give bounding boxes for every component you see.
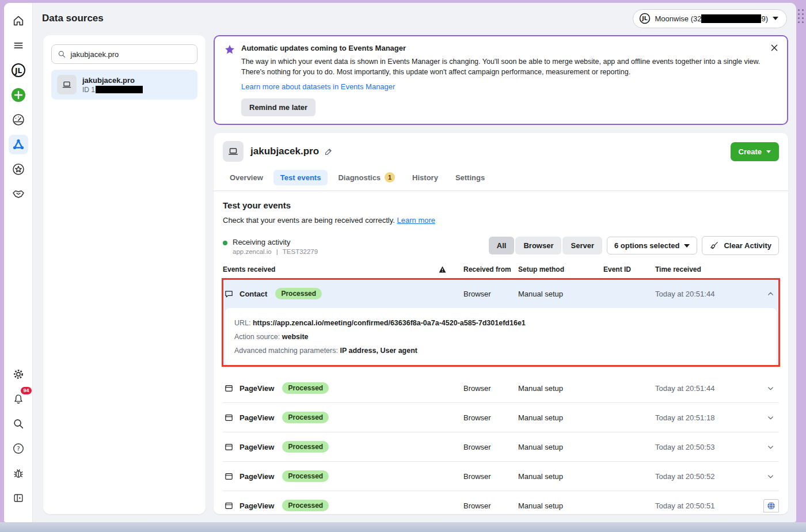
received-from-value: Browser bbox=[463, 472, 518, 481]
chat-bubble-icon bbox=[224, 289, 234, 299]
received-from-value: Browser bbox=[463, 413, 518, 422]
event-row[interactable]: PageView Processed Browser Manual setup … bbox=[223, 374, 779, 402]
browser-window-icon bbox=[224, 413, 234, 423]
chevron-down-icon[interactable] bbox=[762, 290, 779, 298]
event-name: PageView bbox=[239, 384, 274, 393]
data-source-list-item[interactable]: jakubjacek.pro ID 1 bbox=[51, 70, 197, 100]
page-title: Data sources bbox=[42, 13, 104, 24]
status-dot bbox=[223, 241, 227, 245]
tab-diagnostics[interactable]: Diagnostics1 bbox=[331, 169, 402, 186]
setup-method-value: Manual setup bbox=[518, 472, 603, 481]
event-row-container: PageView Processed Browser Manual setup … bbox=[223, 374, 779, 403]
filter-server-button[interactable]: Server bbox=[562, 237, 602, 254]
time-received-value: Today at 20:51:44 bbox=[655, 290, 762, 298]
data-sources-panel: jakubjacek.pro ID 1 bbox=[43, 35, 206, 514]
topbar: Data sources JL Moonwise (329) bbox=[33, 3, 796, 34]
event-row[interactable]: PageView Processed Browser Manual setup … bbox=[223, 403, 779, 432]
desktop-bottom-strip bbox=[0, 522, 806, 532]
add-icon[interactable] bbox=[9, 85, 28, 105]
chevron-down-icon[interactable] bbox=[762, 473, 779, 480]
dropdown-caret-icon bbox=[684, 244, 690, 248]
browser-window-icon bbox=[224, 383, 234, 393]
event-row-container: Contact Processed Browser Manual setup T… bbox=[223, 279, 779, 366]
star-circle-icon[interactable] bbox=[9, 159, 28, 179]
chevron-down-icon[interactable] bbox=[762, 414, 779, 421]
setup-method-value: Manual setup bbox=[518, 413, 603, 422]
event-name: PageView bbox=[239, 501, 274, 510]
close-icon[interactable] bbox=[770, 43, 779, 52]
event-row[interactable]: Contact Processed Browser Manual setup T… bbox=[223, 279, 779, 308]
section-description: Check that your events are being receive… bbox=[223, 216, 779, 225]
status-badge: Processed bbox=[282, 412, 329, 423]
banner-text: The way in which your event data is show… bbox=[241, 57, 761, 77]
tab-test-events[interactable]: Test events bbox=[273, 170, 328, 185]
desktop-background: JL 94 bbox=[0, 0, 806, 532]
banner-learn-more-link[interactable]: Learn more about datasets in Events Mana… bbox=[241, 82, 395, 91]
search-input[interactable] bbox=[70, 50, 191, 59]
tab-bar: Overview Test events Diagnostics1 Histor… bbox=[214, 168, 788, 191]
status-badge: Processed bbox=[282, 441, 329, 453]
time-received-value: Today at 20:51:44 bbox=[655, 384, 762, 393]
events-table: Events received Received from Setup meth… bbox=[214, 262, 788, 514]
filter-all-button[interactable]: All bbox=[489, 237, 515, 254]
chevron-down-icon[interactable] bbox=[762, 443, 779, 451]
warning-icon bbox=[439, 266, 446, 273]
receiving-activity-source: app.zencal.io|TEST32279 bbox=[233, 248, 318, 255]
tab-overview[interactable]: Overview bbox=[223, 170, 270, 185]
laptop-icon bbox=[223, 141, 244, 162]
business-logo-icon[interactable]: JL bbox=[9, 60, 28, 80]
data-sources-icon[interactable] bbox=[9, 135, 28, 154]
tab-settings[interactable]: Settings bbox=[448, 170, 492, 185]
receiving-activity-label: Receiving activity bbox=[233, 238, 318, 246]
setup-method-value: Manual setup bbox=[518, 290, 603, 298]
tab-history[interactable]: History bbox=[405, 170, 445, 185]
svg-text:JL: JL bbox=[641, 15, 647, 21]
handshake-icon[interactable] bbox=[9, 184, 28, 204]
globe-status-icon[interactable] bbox=[763, 499, 779, 512]
bug-report-icon[interactable] bbox=[9, 463, 28, 483]
clear-activity-button[interactable]: Clear Activity bbox=[702, 236, 779, 255]
time-received-value: Today at 20:50:53 bbox=[655, 443, 762, 451]
dashboard-gauge-icon[interactable] bbox=[9, 110, 28, 130]
search-rail-icon[interactable] bbox=[9, 414, 28, 434]
icon-rail: JL 94 bbox=[4, 3, 33, 522]
learn-more-link[interactable]: Learn more bbox=[397, 216, 435, 225]
help-icon[interactable]: ? bbox=[9, 439, 28, 458]
chevron-down-icon[interactable] bbox=[762, 385, 779, 392]
collapse-sidebar-icon[interactable] bbox=[9, 488, 28, 508]
time-received-value: Today at 20:51:18 bbox=[655, 413, 762, 422]
broom-icon bbox=[709, 241, 719, 250]
svg-text:JL: JL bbox=[14, 67, 21, 75]
event-row[interactable]: PageView Processed Browser Manual setup … bbox=[223, 462, 779, 491]
home-icon[interactable] bbox=[9, 11, 28, 31]
diagnostics-count-badge: 1 bbox=[385, 172, 395, 183]
options-dropdown[interactable]: 6 options selected bbox=[607, 237, 697, 254]
setup-method-value: Manual setup bbox=[518, 501, 603, 510]
status-badge: Processed bbox=[282, 470, 329, 482]
notifications-bell-icon[interactable]: 94 bbox=[9, 389, 28, 409]
settings-gear-icon[interactable] bbox=[9, 364, 28, 384]
filter-segment: All Browser Server bbox=[489, 237, 602, 254]
search-box[interactable] bbox=[51, 44, 197, 64]
menu-icon[interactable] bbox=[9, 36, 28, 55]
event-row[interactable]: PageView Processed Browser Manual setup … bbox=[223, 432, 779, 461]
business-account-selector[interactable]: JL Moonwise (329) bbox=[633, 9, 788, 28]
redaction-bar bbox=[701, 14, 761, 23]
events-table-rows: Contact Processed Browser Manual setup T… bbox=[223, 279, 779, 514]
pixel-card: jakubjacek.pro Create Overview Test even… bbox=[214, 133, 788, 514]
data-source-id: ID 1 bbox=[82, 85, 143, 94]
create-button[interactable]: Create bbox=[731, 142, 779, 161]
edit-pencil-icon[interactable] bbox=[324, 147, 333, 157]
event-row[interactable]: PageView Processed Browser Manual setup … bbox=[223, 491, 779, 514]
remind-me-later-button[interactable]: Remind me later bbox=[241, 98, 315, 116]
window-scrollbar[interactable] bbox=[798, 9, 804, 23]
received-from-value: Browser bbox=[463, 501, 518, 510]
filter-browser-button[interactable]: Browser bbox=[515, 237, 561, 254]
laptop-icon bbox=[57, 75, 77, 94]
notification-badge: 94 bbox=[21, 387, 31, 394]
time-received-value: Today at 20:50:51 bbox=[655, 501, 762, 510]
star-icon bbox=[224, 44, 235, 55]
status-badge: Processed bbox=[275, 288, 322, 299]
events-table-header: Events received Received from Setup meth… bbox=[223, 262, 779, 279]
event-name: PageView bbox=[239, 443, 274, 451]
